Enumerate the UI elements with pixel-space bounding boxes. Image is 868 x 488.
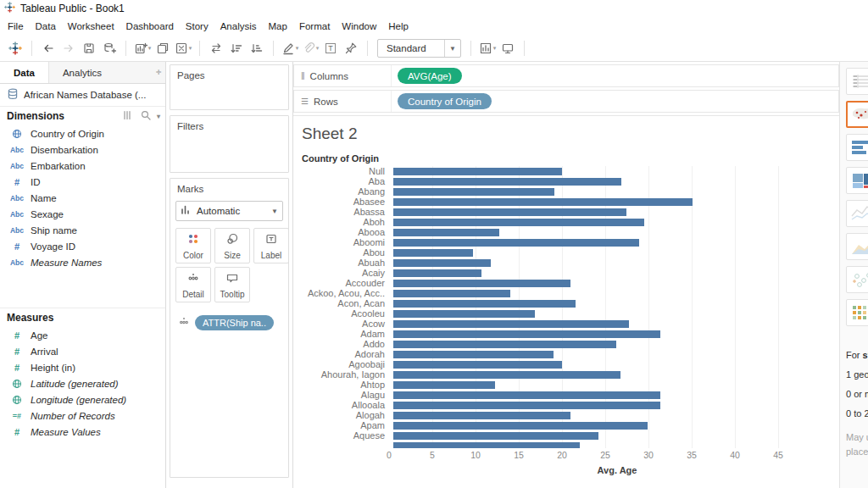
category-label[interactable]: Ackoo, Acou, Acc.. — [300, 288, 389, 298]
bar[interactable] — [393, 330, 660, 338]
show-me-tile-symbol-map[interactable] — [846, 101, 868, 128]
bar[interactable] — [393, 310, 535, 318]
bar[interactable] — [393, 320, 629, 328]
presentation-mode-icon[interactable] — [498, 38, 518, 58]
bar[interactable] — [393, 412, 570, 419]
category-label[interactable]: Alogah — [300, 410, 389, 420]
tableau-logo-icon[interactable] — [5, 38, 25, 58]
category-label[interactable]: Agoobaji — [300, 359, 389, 369]
category-label[interactable]: Aquese — [300, 430, 389, 441]
menu-item-file[interactable]: File — [2, 19, 30, 34]
data-source-row[interactable]: African Names Database (... — [0, 84, 165, 107]
text-label-icon[interactable]: T — [320, 38, 341, 58]
field-embarkation[interactable]: AbcEmbarkation — [0, 158, 165, 174]
field-voyage-id[interactable]: #Voyage ID — [0, 238, 165, 254]
category-label[interactable]: Alagu — [300, 390, 389, 400]
bar[interactable] — [393, 432, 598, 440]
attr-ship-name-pill[interactable]: ATTR(Ship na.. — [195, 315, 274, 330]
category-label[interactable]: Aboh — [300, 217, 389, 227]
menu-item-window[interactable]: Window — [336, 19, 382, 34]
duplicate-icon[interactable] — [153, 38, 173, 58]
sort-ascending-icon[interactable] — [226, 38, 247, 58]
category-label[interactable]: Aba — [300, 176, 389, 186]
show-me-tile-highlight-table[interactable] — [846, 299, 868, 326]
color-button[interactable]: Color — [175, 228, 211, 263]
field-ship-name[interactable]: AbcShip name — [0, 222, 165, 238]
rows-shelf[interactable]: ☰ Rows Country of Origin — [293, 90, 839, 113]
category-label[interactable]: Allooala — [300, 400, 389, 410]
fit-selector[interactable]: Standard▼ — [377, 39, 461, 58]
highlight-icon[interactable] — [280, 38, 300, 58]
menu-item-help[interactable]: Help — [382, 19, 415, 34]
bar[interactable] — [393, 178, 621, 186]
bar[interactable] — [393, 208, 626, 216]
bar[interactable] — [393, 351, 554, 358]
field-id[interactable]: #ID — [0, 174, 165, 190]
bar[interactable] — [393, 239, 639, 247]
pages-card[interactable]: Pages — [170, 64, 289, 110]
menu-item-worksheet[interactable]: Worksheet — [62, 19, 120, 34]
bar[interactable] — [393, 290, 510, 297]
category-label[interactable]: Adam — [300, 329, 389, 339]
category-label[interactable]: Aboomi — [300, 237, 389, 247]
sort-fields-caret-icon[interactable]: ▾ — [157, 113, 160, 120]
field-height-in[interactable]: #Height (in) — [0, 359, 165, 375]
menu-item-story[interactable]: Story — [180, 19, 214, 34]
tab-data[interactable]: Data — [0, 62, 48, 83]
category-label[interactable]: Ahourah, Iagon — [300, 369, 389, 380]
category-label[interactable]: Abasee — [300, 197, 389, 207]
show-me-tile-text-table[interactable] — [846, 68, 868, 95]
bar[interactable] — [393, 422, 648, 430]
tab-analytics[interactable]: Analytics — [48, 62, 152, 83]
bar[interactable] — [393, 249, 473, 257]
category-label[interactable]: Ahtop — [300, 380, 389, 390]
category-label[interactable]: Null — [300, 166, 389, 176]
category-label[interactable]: Acaiy — [300, 268, 389, 278]
mark-type-dropdown[interactable]: Automatic ▼ — [175, 201, 283, 221]
pill-avg-age[interactable]: AVG(Age) — [398, 68, 462, 84]
field-age[interactable]: #Age — [0, 327, 165, 343]
sort-descending-icon[interactable] — [247, 38, 267, 58]
bar[interactable] — [393, 300, 576, 308]
columns-shelf[interactable]: ⫼ Columns AVG(Age) — [293, 64, 839, 87]
menu-item-data[interactable]: Data — [30, 19, 62, 34]
show-me-tile-area-chart[interactable] — [846, 233, 868, 260]
category-label[interactable]: Acooleu — [300, 308, 389, 319]
bar[interactable] — [393, 341, 616, 348]
menu-item-dashboard[interactable]: Dashboard — [120, 19, 180, 34]
menu-item-map[interactable]: Map — [263, 19, 293, 34]
field-arrival[interactable]: #Arrival — [0, 343, 165, 359]
tooltip-button[interactable]: Tooltip — [214, 267, 250, 302]
category-label[interactable]: Abang — [300, 186, 389, 197]
category-label[interactable]: Abuah — [300, 258, 389, 268]
show-me-tile-horizontal-bars[interactable] — [846, 134, 868, 161]
field-sexage[interactable]: AbcSexage — [0, 206, 165, 222]
bar[interactable] — [393, 371, 620, 379]
bar[interactable] — [393, 280, 570, 287]
save-icon[interactable] — [79, 38, 99, 58]
undo-icon[interactable] — [38, 38, 58, 58]
pill-country-of-origin[interactable]: Country of Origin — [398, 93, 492, 109]
pane-options-icon[interactable]: ✛ — [152, 62, 165, 83]
category-label[interactable]: Acow — [300, 319, 389, 329]
bar[interactable] — [393, 391, 660, 399]
pin-icon[interactable] — [341, 38, 361, 58]
field-measure-values[interactable]: #Measure Values — [0, 424, 165, 440]
bar[interactable] — [393, 442, 580, 449]
new-worksheet-icon[interactable] — [132, 38, 153, 58]
detail-button[interactable]: Detail — [175, 267, 211, 302]
field-number-of-records[interactable]: =#Number of Records — [0, 408, 165, 424]
menu-item-analysis[interactable]: Analysis — [214, 19, 263, 34]
bar[interactable] — [393, 269, 481, 277]
field-name[interactable]: AbcName — [0, 190, 165, 206]
category-label[interactable]: Abassa — [300, 207, 389, 217]
bar[interactable] — [393, 198, 693, 206]
clear-sheet-icon[interactable] — [173, 38, 193, 58]
show-me-tile-line-chart[interactable] — [846, 200, 868, 227]
add-data-icon[interactable] — [99, 38, 120, 58]
bar[interactable] — [393, 402, 660, 409]
field-measure-names[interactable]: AbcMeasure Names — [0, 254, 165, 270]
menu-item-format[interactable]: Format — [293, 19, 336, 34]
bar[interactable] — [393, 219, 644, 226]
bar[interactable] — [393, 168, 562, 175]
